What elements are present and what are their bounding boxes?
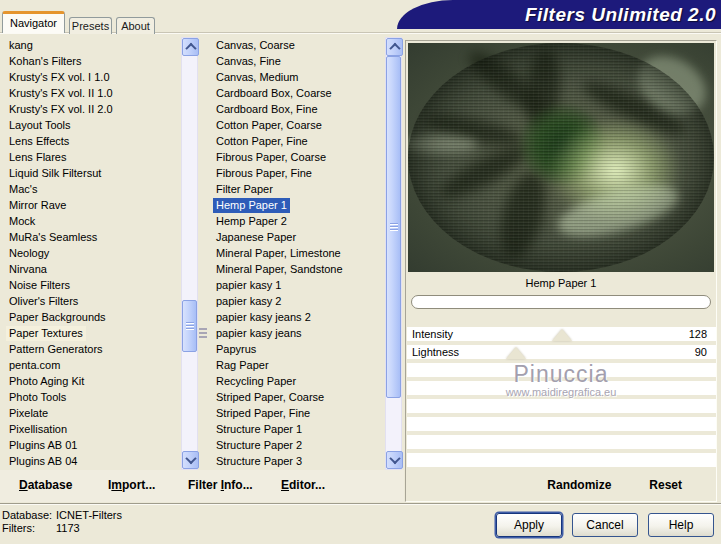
list-item[interactable]: Filter Paper [213,182,381,198]
list-item[interactable]: papier kasy jeans 2 [213,310,381,326]
splitter-grip-icon[interactable] [199,328,207,340]
list-item[interactable]: Lens Effects [6,134,178,150]
list-item[interactable]: Structure Paper 1 [213,422,381,438]
tab-about-label: About [121,20,150,32]
cancel-button[interactable]: Cancel [572,513,638,537]
list-item[interactable]: papier kasy jeans [213,326,381,342]
slider-intensity[interactable]: Intensity 128 [407,327,716,341]
slider-value: 90 [695,345,707,359]
status-divider-highlight [0,504,721,505]
scroll-up-button[interactable] [386,38,403,56]
list-item[interactable]: Krusty's FX vol. I 1.0 [6,70,178,86]
list-item[interactable]: Mac's [6,182,178,198]
filter-list[interactable]: Canvas, CoarseCanvas, FineCanvas, Medium… [213,38,381,470]
list-item[interactable]: papier kasy 2 [213,294,381,310]
list-item[interactable]: Krusty's FX vol. II 2.0 [6,102,178,118]
scroll-down-button[interactable] [386,451,403,469]
list-item[interactable]: Neology [6,246,178,262]
list-item[interactable]: Mock [6,214,178,230]
chevron-up-icon [389,43,400,54]
list-item[interactable]: Papyrus [213,342,381,358]
status-database-value: ICNET-Filters [56,509,122,521]
list-item[interactable]: Mirror Rave [6,198,178,214]
list-item[interactable]: Photo Tools [6,390,178,406]
list-item[interactable]: Cardboard Box, Coarse [213,86,381,102]
status-filters-label: Filters: [2,522,56,535]
list-item[interactable]: Striped Paper, Fine [213,406,381,422]
list-item[interactable]: Structure Paper 3 [213,454,381,470]
tab-navigator[interactable]: Navigator [2,11,65,33]
list-item[interactable]: penta.com [6,358,178,374]
app-title: Filters Unlimited 2.0 [525,4,716,26]
category-list-scrollbar[interactable] [181,37,198,470]
chevron-down-icon [185,453,196,464]
list-item[interactable]: Liquid Silk Filtersut [6,166,178,182]
tab-about[interactable]: About [116,17,155,34]
thumb-grip-icon [186,322,194,331]
filter-info-button[interactable]: Filter Info... [188,478,253,492]
chevron-down-icon [389,453,400,464]
list-item[interactable]: Rag Paper [213,358,381,374]
slider-thumb[interactable] [506,347,526,359]
list-item[interactable]: papier kasy 1 [213,278,381,294]
slider-lightness[interactable]: Lightness 90 [407,345,716,359]
list-item[interactable]: Plugins AB 04 [6,454,178,470]
list-item[interactable]: Canvas, Medium [213,70,381,86]
scrollbar-thumb[interactable] [182,300,197,352]
list-item[interactable]: Mineral Paper, Limestone [213,246,381,262]
list-item[interactable]: Striped Paper, Coarse [213,390,381,406]
list-item[interactable]: Krusty's FX vol. II 1.0 [6,86,178,102]
list-item[interactable]: Hemp Paper 2 [213,214,381,230]
slider-empty-row [407,381,716,395]
filter-list-scrollbar[interactable] [385,37,402,470]
status-database-label: Database: [2,509,56,522]
list-item[interactable]: Lens Flares [6,150,178,166]
list-item[interactable]: Nirvana [6,262,178,278]
list-item[interactable]: Paper Textures [6,326,178,342]
list-item[interactable]: Photo Aging Kit [6,374,178,390]
list-item[interactable]: Fibrous Paper, Coarse [213,150,381,166]
list-item[interactable]: Fibrous Paper, Fine [213,166,381,182]
list-item[interactable]: Cardboard Box, Fine [213,102,381,118]
list-item[interactable]: Cotton Paper, Fine [213,134,381,150]
reset-button[interactable]: Reset [649,478,682,492]
slider-empty-row [407,363,716,377]
list-item[interactable]: Oliver's Filters [6,294,178,310]
list-item[interactable]: Pattern Generators [6,342,178,358]
help-button[interactable]: Help [648,513,714,537]
apply-button[interactable]: Apply [496,513,562,537]
list-item[interactable]: Kohan's Filters [6,54,178,70]
list-item[interactable]: Recycling Paper [213,374,381,390]
scrollbar-thumb[interactable] [386,56,401,398]
list-item[interactable]: Pixelate [6,406,178,422]
slider-thumb[interactable] [552,329,572,341]
title-banner: Filters Unlimited 2.0 [397,0,721,29]
list-item[interactable]: MuRa's Seamless [6,230,178,246]
slider-empty-row [407,453,716,467]
database-button[interactable]: Database [19,478,72,492]
progress-bar [411,295,711,309]
list-item[interactable]: kang [6,38,178,54]
selected-filter-caption: Hemp Paper 1 [406,277,716,289]
editor-button[interactable]: Editor... [281,478,325,492]
list-item[interactable]: Mineral Paper, Sandstone [213,262,381,278]
list-item[interactable]: Cotton Paper, Coarse [213,118,381,134]
list-item[interactable]: Structure Paper 2 [213,438,381,454]
randomize-button[interactable]: Randomize [547,478,611,492]
list-item[interactable]: Noise Filters [6,278,178,294]
list-item[interactable]: Pixellisation [6,422,178,438]
list-item[interactable]: Hemp Paper 1 [213,198,381,214]
list-item[interactable]: Japanese Paper [213,230,381,246]
category-list[interactable]: kangKohan's FiltersKrusty's FX vol. I 1.… [6,38,178,470]
list-item[interactable]: Layout Tools [6,118,178,134]
import-button[interactable]: Import... [108,478,155,492]
scroll-up-button[interactable] [182,38,199,56]
slider-empty-row [407,435,716,449]
list-item[interactable]: Canvas, Fine [213,54,381,70]
list-item[interactable]: Canvas, Coarse [213,38,381,54]
list-item[interactable]: Paper Backgrounds [6,310,178,326]
status-bar: Database:ICNET-Filters Filters:1173 [2,509,122,535]
tab-presets[interactable]: Presets [69,17,112,34]
scroll-down-button[interactable] [182,451,199,469]
list-item[interactable]: Plugins AB 01 [6,438,178,454]
